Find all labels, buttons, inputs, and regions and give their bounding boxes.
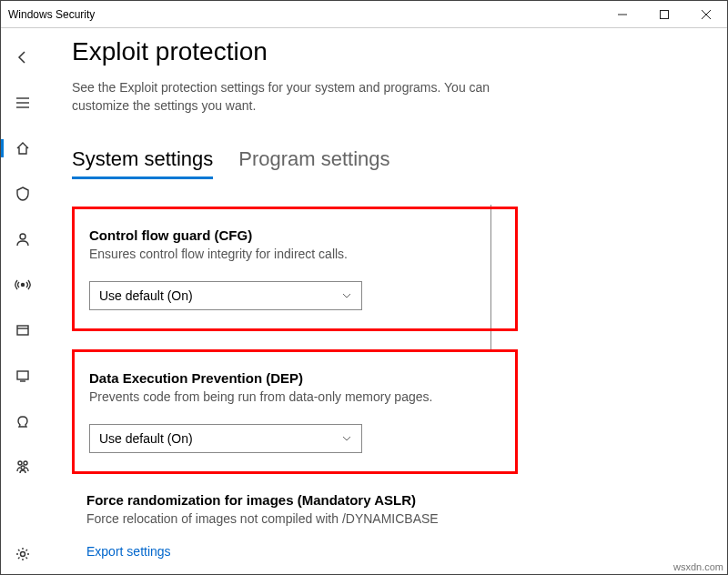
setting-dep-desc: Prevents code from being run from data-o… xyxy=(89,389,500,404)
sidebar-item-app[interactable] xyxy=(1,319,45,341)
menu-button[interactable] xyxy=(1,92,45,114)
content-area: Exploit protection See the Exploit prote… xyxy=(45,28,727,574)
tabs: System settings Program settings xyxy=(72,147,700,179)
dropdown-dep[interactable]: Use default (On) xyxy=(89,424,362,453)
sidebar-item-home[interactable] xyxy=(1,137,45,159)
svg-rect-9 xyxy=(17,326,28,335)
tab-program-settings[interactable]: Program settings xyxy=(238,147,389,179)
minimize-button[interactable] xyxy=(602,1,643,27)
svg-rect-11 xyxy=(17,371,28,379)
dropdown-cfg[interactable]: Use default (On) xyxy=(89,281,362,310)
maximize-button[interactable] xyxy=(643,1,685,27)
svg-point-8 xyxy=(22,284,25,287)
setting-cfg: Control flow guard (CFG) Ensures control… xyxy=(72,207,518,331)
setting-dep-title: Data Execution Prevention (DEP) xyxy=(89,370,500,386)
page-title: Exploit protection xyxy=(72,37,700,66)
dropdown-cfg-value: Use default (On) xyxy=(99,288,193,303)
svg-point-7 xyxy=(20,234,25,239)
chevron-down-icon xyxy=(341,290,352,301)
settings-button[interactable] xyxy=(1,543,45,565)
chevron-down-icon xyxy=(341,433,352,444)
setting-dep: Data Execution Prevention (DEP) Prevents… xyxy=(72,349,518,474)
svg-point-14 xyxy=(24,461,27,465)
page-description: See the Exploit protection settings for … xyxy=(72,79,527,115)
titlebar: Windows Security xyxy=(1,1,727,28)
sidebar-item-performance[interactable] xyxy=(1,410,45,432)
dropdown-dep-value: Use default (On) xyxy=(99,431,193,446)
sidebar-item-device[interactable] xyxy=(1,365,45,387)
window-title: Windows Security xyxy=(1,8,602,21)
setting-aslr-desc: Force relocation of images not compiled … xyxy=(86,511,503,526)
sidebar-item-virus[interactable] xyxy=(1,183,45,205)
svg-rect-1 xyxy=(661,10,669,18)
sidebar-item-family[interactable] xyxy=(1,456,45,478)
watermark: wsxdn.com xyxy=(673,561,723,572)
svg-point-13 xyxy=(18,461,22,465)
close-button[interactable] xyxy=(685,1,727,27)
sidebar-item-account[interactable] xyxy=(1,228,45,250)
export-settings-link[interactable]: Export settings xyxy=(72,544,518,559)
sidebar-item-firewall[interactable] xyxy=(1,274,45,296)
setting-aslr: Force randomization for images (Mandator… xyxy=(72,492,518,526)
setting-cfg-desc: Ensures control flow integrity for indir… xyxy=(89,247,500,261)
sidebar xyxy=(1,28,45,574)
setting-aslr-title: Force randomization for images (Mandator… xyxy=(86,492,503,508)
tab-system-settings[interactable]: System settings xyxy=(72,147,213,179)
window-controls xyxy=(602,1,727,27)
setting-cfg-title: Control flow guard (CFG) xyxy=(89,227,500,243)
back-button[interactable] xyxy=(1,46,45,68)
svg-point-15 xyxy=(21,466,25,469)
svg-point-16 xyxy=(21,552,25,557)
